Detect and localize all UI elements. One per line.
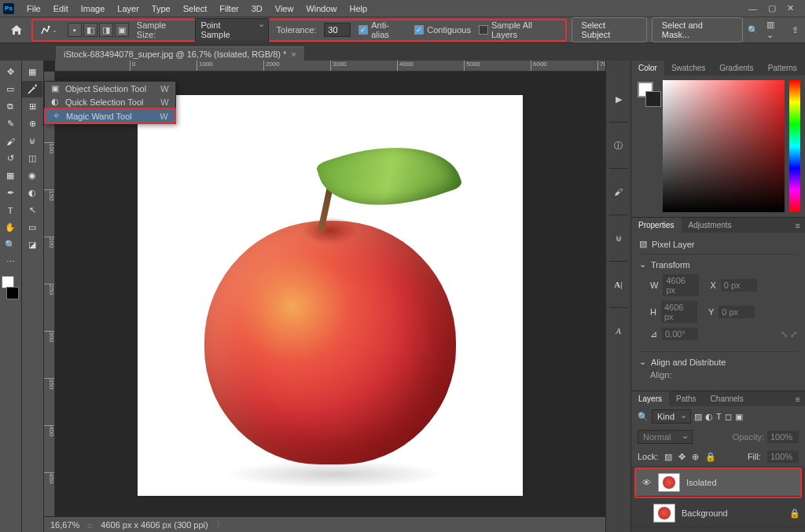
- selection-subtract[interactable]: ◨: [99, 23, 113, 37]
- gradient-tool[interactable]: ▦: [0, 167, 20, 184]
- selection-add[interactable]: ◧: [83, 23, 97, 37]
- menu-layer[interactable]: Layer: [111, 2, 145, 16]
- layer-filter-kind[interactable]: Kind: [652, 409, 691, 424]
- filter-adjust-icon[interactable]: ◐: [705, 412, 713, 422]
- hue-slider[interactable]: [789, 80, 800, 212]
- move-tool[interactable]: ✥: [0, 64, 20, 80]
- tab-channels[interactable]: Channels: [704, 391, 751, 406]
- hand-tool[interactable]: ✋: [0, 219, 20, 236]
- height-input[interactable]: 4606 px: [661, 301, 697, 323]
- layer-background[interactable]: Background 🔒: [631, 500, 805, 527]
- sample-all-layers-checkbox[interactable]: Sample All Layers: [479, 20, 561, 39]
- blur-tool[interactable]: ◉: [22, 167, 42, 184]
- menu-type[interactable]: Type: [145, 2, 177, 16]
- type-tool[interactable]: T: [0, 202, 20, 218]
- magic-wand-tool[interactable]: ▣Object Selection ToolW ◐Quick Selection…: [22, 81, 42, 97]
- menu-select[interactable]: Select: [177, 2, 214, 16]
- menu-view[interactable]: View: [269, 2, 300, 16]
- shape-tool[interactable]: ▭: [22, 219, 42, 236]
- search-icon[interactable]: 🔍: [748, 25, 759, 35]
- color-fg-bg[interactable]: [636, 80, 658, 212]
- frame-tool[interactable]: ⊞: [22, 98, 42, 115]
- select-subject-button[interactable]: Select Subject: [572, 17, 647, 42]
- info-icon[interactable]: ⓘ: [610, 137, 627, 154]
- menu-edit[interactable]: Edit: [47, 2, 75, 16]
- workspace-icon[interactable]: ▥ ⌄: [766, 20, 784, 40]
- selection-intersect[interactable]: ▣: [115, 23, 129, 37]
- tolerance-input[interactable]: 30: [324, 23, 351, 37]
- window-minimize[interactable]: —: [748, 4, 757, 13]
- lock-all-icon[interactable]: 🔒: [705, 452, 716, 462]
- tab-swatches[interactable]: Swatches: [664, 61, 712, 75]
- pen-tool[interactable]: ✒: [0, 185, 20, 201]
- window-close[interactable]: ✕: [787, 3, 794, 13]
- home-icon[interactable]: [6, 21, 27, 39]
- lock-pixel-icon[interactable]: ▨: [664, 452, 672, 462]
- menu-3d[interactable]: 3D: [245, 2, 269, 16]
- brush-tool[interactable]: 🖌: [0, 133, 20, 149]
- layer-isolated[interactable]: 👁 Isolated: [636, 469, 800, 497]
- lock-position-icon[interactable]: ✥: [678, 452, 686, 462]
- close-tab-icon[interactable]: ×: [291, 50, 296, 59]
- history-brush-tool[interactable]: ↺: [0, 150, 20, 167]
- menu-filter[interactable]: Filter: [213, 2, 244, 16]
- blend-mode-dropdown[interactable]: Normal: [638, 430, 693, 444]
- panel-menu-icon[interactable]: ≡: [791, 219, 805, 232]
- align-section[interactable]: ⌄Align and Distribute: [639, 357, 797, 367]
- opacity-input[interactable]: 100%: [767, 431, 799, 443]
- healing-brush-tool[interactable]: ⊕: [22, 116, 42, 132]
- menu-image[interactable]: Image: [75, 2, 112, 16]
- x-input[interactable]: 0 px: [721, 279, 757, 292]
- document-tab[interactable]: iStock-683494078_super.jpg @ 16,7% (Isol…: [56, 46, 304, 61]
- doc-info[interactable]: 4606 px x 4606 px (300 ppi): [101, 520, 208, 530]
- filter-smart-icon[interactable]: ▣: [735, 412, 743, 422]
- tab-layers[interactable]: Layers: [631, 391, 669, 406]
- tab-gradients[interactable]: Gradients: [712, 61, 760, 75]
- flyout-quick-selection[interactable]: ◐Quick Selection ToolW: [45, 95, 175, 108]
- selection-new[interactable]: ▪: [68, 23, 82, 37]
- current-tool-icon[interactable]: ⌄: [38, 21, 60, 39]
- filter-shape-icon[interactable]: ◻: [725, 412, 732, 422]
- clone-stamp-tool[interactable]: ⊎: [22, 133, 42, 149]
- foreground-background-colors[interactable]: [0, 276, 20, 299]
- width-input[interactable]: 4606 px: [663, 274, 699, 296]
- color-field[interactable]: [663, 80, 785, 212]
- sample-size-dropdown[interactable]: Point Sample: [195, 18, 268, 42]
- tab-properties[interactable]: Properties: [631, 218, 682, 233]
- edit-toolbar[interactable]: ⋯: [0, 254, 20, 270]
- angle-input[interactable]: 0,00°: [662, 328, 698, 340]
- menu-window[interactable]: Window: [300, 2, 343, 16]
- tab-patterns[interactable]: Patterns: [761, 61, 804, 75]
- anti-alias-checkbox[interactable]: ✓Anti-alias: [358, 20, 406, 39]
- filter-type-icon[interactable]: T: [716, 412, 722, 421]
- marquee-tool[interactable]: ▭: [0, 81, 20, 97]
- crop-tool[interactable]: ⧉: [0, 98, 20, 115]
- artboard-tool[interactable]: ▦: [22, 64, 42, 80]
- flyout-magic-wand[interactable]: ✧Magic Wand ToolW: [46, 109, 175, 123]
- panel-menu-icon[interactable]: ≡: [791, 393, 805, 405]
- share-icon[interactable]: ⇪: [792, 25, 799, 35]
- artboard[interactable]: [138, 95, 523, 496]
- flyout-object-selection[interactable]: ▣Object Selection ToolW: [45, 82, 175, 95]
- canvas-stage[interactable]: [55, 72, 605, 516]
- character-icon[interactable]: A|: [610, 276, 627, 293]
- dodge-tool[interactable]: ◐: [22, 185, 42, 201]
- menu-file[interactable]: File: [20, 2, 47, 16]
- filter-pixel-icon[interactable]: ▨: [694, 412, 702, 422]
- fill-input[interactable]: 100%: [767, 450, 799, 463]
- eyedropper-tool[interactable]: ✎: [0, 116, 20, 132]
- ruler-horizontal[interactable]: 0 1000 2000 3000 4000 5000 6000 7000: [55, 61, 605, 72]
- zoom-tool[interactable]: 🔍: [0, 237, 20, 253]
- menu-help[interactable]: Help: [344, 2, 374, 16]
- zoom-level[interactable]: 16,67%: [50, 520, 79, 530]
- play-icon[interactable]: ▶: [610, 90, 627, 108]
- select-and-mask-button[interactable]: Select and Mask...: [652, 17, 743, 42]
- tab-paths[interactable]: Paths: [669, 391, 704, 406]
- glyphs-icon[interactable]: A: [610, 322, 627, 339]
- eraser-tool[interactable]: ◫: [22, 150, 42, 167]
- clone-source-icon[interactable]: ⊎: [610, 229, 627, 247]
- window-maximize[interactable]: ▢: [768, 3, 776, 13]
- transform-section[interactable]: ⌄Transform: [639, 259, 797, 270]
- visibility-icon[interactable]: 👁: [641, 478, 652, 487]
- tab-adjustments[interactable]: Adjustments: [682, 218, 739, 233]
